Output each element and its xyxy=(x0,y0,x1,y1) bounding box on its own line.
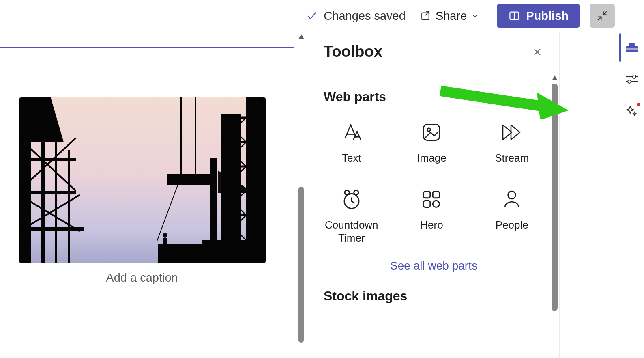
close-panel-button[interactable] xyxy=(532,47,542,57)
image-icon xyxy=(420,121,443,144)
scroll-thumb[interactable] xyxy=(298,187,304,343)
see-all-webparts-link[interactable]: See all web parts xyxy=(308,250,559,286)
webpart-label: People xyxy=(496,218,528,232)
svg-rect-0 xyxy=(422,13,429,19)
svg-rect-18 xyxy=(202,240,266,244)
rail-settings-button[interactable] xyxy=(619,63,644,95)
svg-marker-23 xyxy=(298,34,304,39)
panel-scrollbar[interactable] xyxy=(550,72,559,354)
share-label: Share xyxy=(436,9,467,23)
web-parts-heading: Web parts xyxy=(308,72,559,115)
svg-rect-33 xyxy=(433,201,440,207)
webpart-label: Stream xyxy=(495,151,529,165)
publish-button[interactable]: Publish xyxy=(497,4,580,28)
svg-rect-32 xyxy=(424,201,430,207)
stream-icon xyxy=(500,121,524,144)
image-webpart[interactable] xyxy=(19,97,266,263)
svg-point-28 xyxy=(345,190,349,194)
canvas-scrollbar[interactable] xyxy=(297,32,305,358)
share-icon xyxy=(420,10,431,22)
panel-title: Toolbox xyxy=(324,43,382,60)
stock-images-heading: Stock images xyxy=(308,286,559,314)
svg-rect-15 xyxy=(246,97,266,263)
webpart-text[interactable]: Text xyxy=(311,115,392,170)
chevron-down-icon xyxy=(471,12,479,20)
webpart-label: Countdown Timer xyxy=(311,218,392,245)
web-parts-grid: Text Image xyxy=(308,115,559,250)
share-button[interactable]: Share xyxy=(420,9,479,23)
clock-icon xyxy=(340,188,363,211)
webpart-people[interactable]: People xyxy=(472,182,552,250)
svg-point-26 xyxy=(427,128,431,132)
toolbox-icon xyxy=(625,41,638,54)
notification-dot-icon xyxy=(637,103,640,106)
svg-point-21 xyxy=(163,233,167,238)
webpart-image[interactable]: Image xyxy=(392,115,472,170)
svg-marker-24 xyxy=(552,75,558,80)
webpart-hero[interactable]: Hero xyxy=(392,182,472,250)
checkmark-icon xyxy=(306,10,318,22)
sliders-icon xyxy=(625,73,638,85)
toolbox-panel: Toolbox Web parts xyxy=(308,32,560,358)
publish-label: Publish xyxy=(526,9,569,23)
webpart-countdown[interactable]: Countdown Timer xyxy=(311,182,392,250)
construction-image xyxy=(19,97,266,263)
svg-rect-19 xyxy=(158,244,266,263)
save-status-label: Changes saved xyxy=(324,9,406,23)
save-status: Changes saved xyxy=(306,9,406,23)
svg-rect-30 xyxy=(424,191,430,198)
svg-rect-31 xyxy=(433,191,440,198)
svg-rect-36 xyxy=(629,43,635,46)
sparkle-icon xyxy=(626,105,638,117)
webpart-stream[interactable]: Stream xyxy=(472,115,552,170)
webpart-label: Hero xyxy=(420,218,443,232)
side-rail xyxy=(619,32,644,358)
svg-point-34 xyxy=(508,191,516,199)
svg-rect-13 xyxy=(168,175,213,184)
webpart-label: Image xyxy=(417,151,446,165)
scroll-up-icon[interactable] xyxy=(550,74,559,82)
svg-rect-7 xyxy=(68,150,70,263)
collapse-button[interactable] xyxy=(590,4,615,28)
svg-point-39 xyxy=(633,75,636,78)
command-bar: Changes saved Share Publish xyxy=(306,0,617,32)
book-icon xyxy=(508,10,520,22)
svg-point-41 xyxy=(628,80,631,83)
text-icon xyxy=(340,121,363,144)
svg-rect-22 xyxy=(163,238,167,245)
rail-toolbox-button[interactable] xyxy=(619,32,644,63)
person-icon xyxy=(500,188,524,211)
scroll-thumb[interactable] xyxy=(552,84,558,311)
svg-point-29 xyxy=(354,190,358,194)
image-caption-input[interactable]: Add a caption xyxy=(0,271,283,285)
content-section[interactable]: Add a caption xyxy=(0,47,294,358)
collapse-icon xyxy=(596,9,609,22)
grid-icon xyxy=(420,188,443,211)
webpart-label: Text xyxy=(342,151,361,165)
scroll-up-icon[interactable] xyxy=(297,32,305,41)
svg-rect-37 xyxy=(626,48,638,50)
rail-ai-button[interactable] xyxy=(619,95,644,127)
